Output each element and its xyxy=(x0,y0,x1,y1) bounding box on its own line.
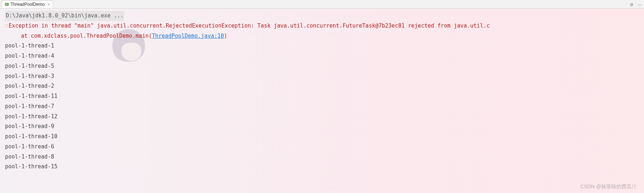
output-line: pool-1-thread-6 xyxy=(5,142,644,152)
close-icon[interactable]: × xyxy=(47,2,50,7)
output-line: pool-1-thread-12 xyxy=(5,112,644,122)
run-config-icon xyxy=(5,2,9,7)
command-line: D:\Java\jdk1.8.0_92\bin\java.exe ... xyxy=(5,11,644,21)
output-line: pool-1-thread-10 xyxy=(5,132,644,142)
output-line: pool-1-thread-3 xyxy=(5,71,644,82)
output-line: pool-1-thread-8 xyxy=(5,152,644,162)
output-line: pool-1-thread-7 xyxy=(5,102,644,112)
output-line: pool-1-thread-5 xyxy=(5,61,644,71)
gutter-marker-icon xyxy=(5,24,8,27)
tab-bar: ThreadPoolDemo × ⚙ — xyxy=(0,0,644,9)
output-line: pool-1-thread-2 xyxy=(5,81,644,91)
output-line: pool-1-thread-11 xyxy=(5,91,644,102)
stack-suffix: ) xyxy=(224,33,227,39)
stack-trace-line: at com.xdclass.pool.ThreadPoolDemo.main(… xyxy=(5,31,644,41)
exception-line: Exception in thread "main" java.util.con… xyxy=(5,21,644,31)
output-line: pool-1-thread-1 xyxy=(5,41,644,51)
gear-icon[interactable]: ⚙ xyxy=(630,1,633,7)
console-output: D:\Java\jdk1.8.0_92\bin\java.exe ... Exc… xyxy=(0,9,644,172)
stack-prefix: at com.xdclass.pool.ThreadPoolDemo.main( xyxy=(21,33,152,39)
output-line: pool-1-thread-15 xyxy=(5,162,644,172)
minimize-icon[interactable]: — xyxy=(638,1,641,7)
tab-label: ThreadPoolDemo xyxy=(11,2,45,7)
source-link[interactable]: ThreadPoolDemo.java:10 xyxy=(152,33,224,39)
watermark: CSDN @抹茶味的西瓜汁 xyxy=(580,184,637,190)
output-line: pool-1-thread-4 xyxy=(5,51,644,61)
output-line: pool-1-thread-9 xyxy=(5,122,644,132)
tab-threadpooldemo[interactable]: ThreadPoolDemo × xyxy=(1,0,53,8)
